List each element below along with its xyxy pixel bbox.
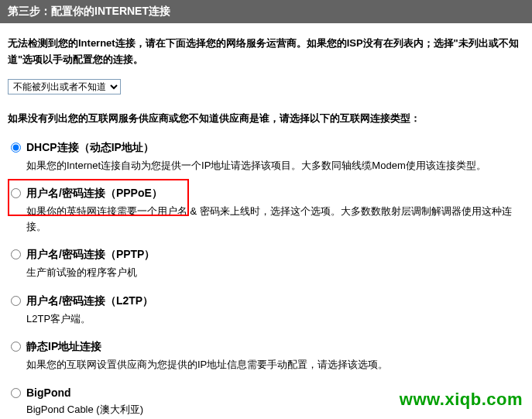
instruction-text: 无法检测到您的Internet连接，请在下面选择您的网络服务运营商。如果您的IS… xyxy=(0,23,532,74)
isp-select[interactable]: 不能被列出或者不知道 xyxy=(8,79,121,94)
option-desc-static: 如果您的互联网设置供应商为您提供的IP地址信息需要手动配置，请选择该选项。 xyxy=(26,357,524,373)
radio-col xyxy=(11,386,26,400)
option-title-l2tp: 用户名/密码连接（L2TP） xyxy=(26,294,524,308)
radio-col xyxy=(11,141,26,155)
radio-pppoe[interactable] xyxy=(11,188,21,198)
radio-col xyxy=(11,187,26,201)
option-content: DHCP连接（动态IP地址） 如果您的Internet连接自动为您提供一个IP地… xyxy=(26,141,524,173)
option-title-pptp: 用户名/密码连接（PPTP） xyxy=(26,248,524,262)
option-dhcp[interactable]: DHCP连接（动态IP地址） 如果您的Internet连接自动为您提供一个IP地… xyxy=(9,135,532,181)
radio-col xyxy=(11,248,26,262)
header-title: 第三步：配置你的INTERNET连接 xyxy=(8,5,170,17)
watermark-text: www.xiqb.com xyxy=(400,390,523,410)
option-static-ip[interactable]: 静态IP地址连接 如果您的互联网设置供应商为您提供的IP地址信息需要手动配置，请… xyxy=(9,334,532,380)
radio-l2tp[interactable] xyxy=(11,296,21,306)
radio-bigpond[interactable] xyxy=(11,388,21,398)
option-pptp[interactable]: 用户名/密码连接（PPTP） 生产前试验的程序客户机 xyxy=(9,242,532,288)
option-desc-dhcp: 如果您的Internet连接自动为您提供一个IP地址请选择该项目。大多数同轴线缆… xyxy=(26,158,524,173)
radio-pptp[interactable] xyxy=(11,249,21,259)
option-content: 用户名/密码连接（PPPoE） 如果你的英特网连接需要一个用户名 & 密码来上线… xyxy=(26,187,524,234)
connection-options-list: DHCP连接（动态IP地址） 如果您的Internet连接自动为您提供一个IP地… xyxy=(0,135,532,419)
option-content: 静态IP地址连接 如果您的互联网设置供应商为您提供的IP地址信息需要手动配置，请… xyxy=(26,340,524,373)
option-title-dhcp: DHCP连接（动态IP地址） xyxy=(26,141,524,155)
option-title-pppoe: 用户名/密码连接（PPPoE） xyxy=(26,187,524,201)
isp-dropdown-row: 不能被列出或者不知道 xyxy=(0,74,532,108)
option-desc-pppoe: 如果你的英特网连接需要一个用户名 & 密码来上线时，选择这个选项。大多数数散射层… xyxy=(26,204,524,234)
option-desc-pptp: 生产前试验的程序客户机 xyxy=(26,265,524,280)
radio-dhcp[interactable] xyxy=(11,143,21,153)
radio-col xyxy=(11,294,26,308)
connection-type-subtitle: 如果没有列出您的互联网服务供应商或您不知道供应商是谁，请选择以下的互联网连接类型… xyxy=(0,108,532,135)
option-desc-l2tp: L2TP客户端。 xyxy=(26,311,524,327)
option-content: 用户名/密码连接（PPTP） 生产前试验的程序客户机 xyxy=(26,248,524,280)
radio-col xyxy=(11,340,26,354)
option-title-static: 静态IP地址连接 xyxy=(26,340,524,354)
option-l2tp[interactable]: 用户名/密码连接（L2TP） L2TP客户端。 xyxy=(9,288,532,335)
option-content: 用户名/密码连接（L2TP） L2TP客户端。 xyxy=(26,294,524,327)
radio-static[interactable] xyxy=(11,342,21,352)
option-pppoe[interactable]: 用户名/密码连接（PPPoE） 如果你的英特网连接需要一个用户名 & 密码来上线… xyxy=(9,180,532,242)
wizard-step-header: 第三步：配置你的INTERNET连接 xyxy=(0,0,532,23)
